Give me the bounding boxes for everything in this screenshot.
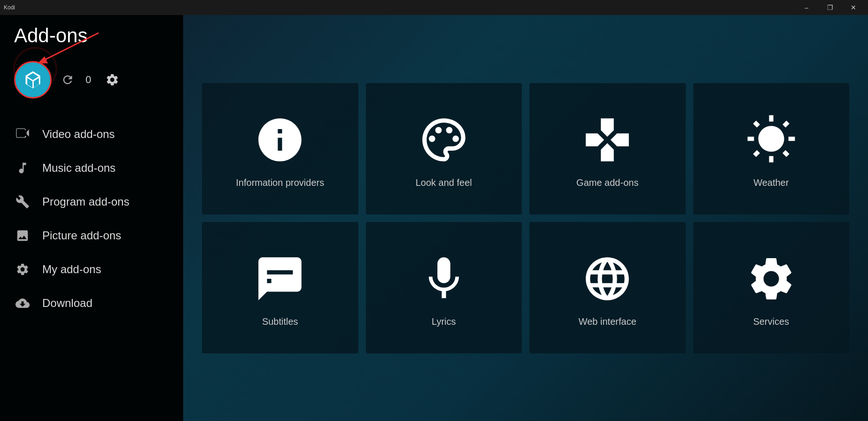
package-icon	[23, 69, 43, 90]
music-icon	[14, 160, 31, 176]
lyrics-icon	[416, 251, 472, 307]
web-interface-label: Web interface	[579, 316, 636, 327]
svg-point-2	[429, 136, 435, 142]
gear-icon	[105, 73, 119, 87]
grid-item-lyrics[interactable]: Lyrics	[366, 222, 522, 353]
music-addons-label: Music add-ons	[42, 161, 116, 175]
subtitles-icon	[252, 251, 308, 307]
grid-item-look-and-feel[interactable]: Look and feel	[366, 83, 522, 214]
svg-point-3	[435, 127, 442, 134]
addon-install-button[interactable]	[14, 61, 52, 99]
refresh-icon	[61, 73, 74, 86]
subtitles-label: Subtitles	[262, 316, 298, 327]
grid-item-web-interface[interactable]: Web interface	[529, 222, 686, 353]
program-icon	[14, 193, 31, 210]
grid-item-information-providers[interactable]: Information providers	[202, 83, 358, 214]
information-providers-label: Information providers	[236, 177, 324, 188]
top-bar: 0	[0, 56, 183, 113]
close-button[interactable]: ✕	[843, 0, 864, 15]
program-addons-label: Program add-ons	[42, 195, 129, 208]
weather-icon	[743, 112, 799, 168]
svg-point-5	[452, 136, 459, 142]
weather-label: Weather	[753, 177, 789, 188]
services-icon	[743, 251, 799, 307]
my-addons-icon	[14, 261, 31, 278]
addon-icon-wrapper	[14, 61, 52, 99]
svg-point-4	[446, 127, 452, 134]
sidebar-item-picture-addons[interactable]: Picture add-ons	[0, 219, 183, 253]
page-title: Add-ons	[0, 24, 183, 56]
download-label: Download	[42, 297, 93, 310]
addon-grid: Information providers Look and feel	[202, 83, 849, 353]
content-area: Information providers Look and feel	[183, 15, 868, 421]
web-icon	[579, 251, 636, 307]
app-title: Kodi	[4, 4, 15, 11]
refresh-button[interactable]	[61, 73, 74, 86]
grid-item-weather[interactable]: Weather	[693, 83, 850, 214]
sidebar-item-video-addons[interactable]: Video add-ons	[0, 117, 183, 151]
titlebar: Kodi – ❐ ✕	[0, 0, 868, 15]
look-and-feel-label: Look and feel	[416, 177, 472, 188]
settings-button[interactable]	[105, 73, 119, 87]
game-addons-label: Game add-ons	[576, 177, 638, 188]
picture-addons-label: Picture add-ons	[42, 229, 121, 242]
picture-icon	[14, 227, 31, 244]
lyrics-label: Lyrics	[432, 316, 456, 327]
grid-item-game-addons[interactable]: Game add-ons	[529, 83, 686, 214]
grid-item-services[interactable]: Services	[693, 222, 850, 353]
sidebar-item-program-addons[interactable]: Program add-ons	[0, 185, 183, 219]
restore-button[interactable]: ❐	[819, 0, 841, 15]
minimize-button[interactable]: –	[796, 0, 817, 15]
grid-item-subtitles[interactable]: Subtitles	[202, 222, 358, 353]
video-icon	[14, 126, 31, 143]
main-container: Add-ons 0	[0, 15, 868, 421]
my-addons-label: My add-ons	[42, 263, 101, 276]
video-addons-label: Video add-ons	[42, 128, 115, 141]
look-and-feel-icon	[416, 112, 472, 168]
sidebar-item-music-addons[interactable]: Music add-ons	[0, 151, 183, 185]
sidebar: Add-ons 0	[0, 15, 183, 421]
game-icon	[579, 112, 636, 168]
download-icon	[14, 295, 31, 312]
services-label: Services	[753, 316, 789, 327]
information-icon	[252, 112, 308, 168]
window-controls: – ❐ ✕	[796, 0, 864, 15]
sidebar-item-download[interactable]: Download	[0, 286, 183, 320]
sidebar-item-my-addons[interactable]: My add-ons	[0, 253, 183, 286]
refresh-count: 0	[85, 74, 91, 86]
nav-menu: Video add-ons Music add-ons Program add-…	[0, 117, 183, 320]
